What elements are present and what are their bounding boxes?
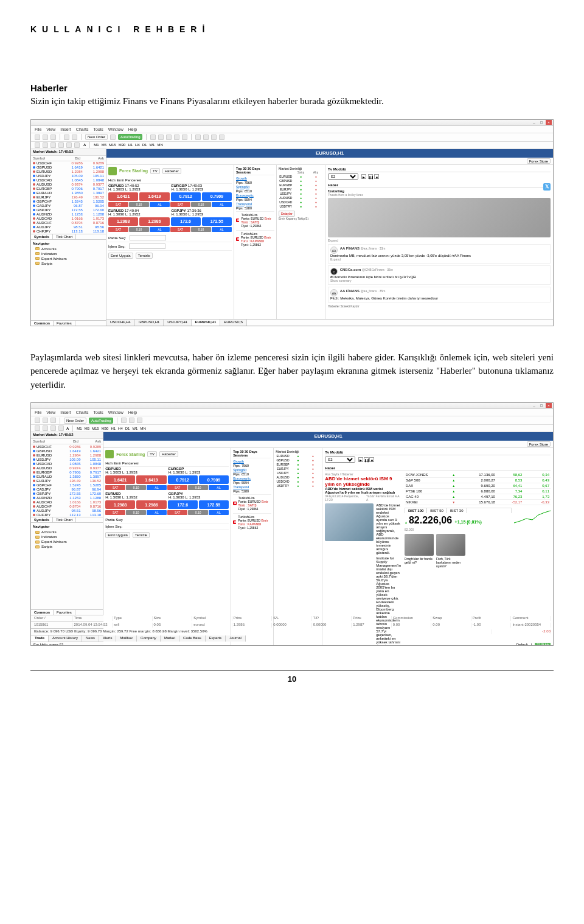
toolbar-icon[interactable] xyxy=(158,135,164,140)
islem-input[interactable] xyxy=(129,243,165,249)
period-m1[interactable]: M1 xyxy=(94,143,99,147)
depth-row[interactable]: GBPUSD●● xyxy=(279,179,323,183)
depth-row[interactable]: USDTRY●● xyxy=(276,484,320,488)
tab-common[interactable]: Common xyxy=(31,321,54,326)
terminal-tab[interactable]: News xyxy=(82,635,99,642)
menu-tools[interactable]: Tools xyxy=(93,410,103,415)
buy-button[interactable]: AL xyxy=(212,202,232,207)
price-ask[interactable]: 0.7909 xyxy=(202,192,232,201)
apply-order-button[interactable]: Emri Uygula xyxy=(108,253,133,259)
new-order-button[interactable]: New Order xyxy=(64,418,86,424)
maximize-icon[interactable]: □ xyxy=(538,120,544,125)
toolbar-icon[interactable] xyxy=(174,135,179,140)
depth-row[interactable]: EURUSD●● xyxy=(276,454,320,458)
market-watch-list[interactable]: USDCHF0.92860.9289GBPUSD1.64191.6421EURU… xyxy=(31,161,106,234)
article-tools[interactable]: Yazdır Favlara Email A A A xyxy=(366,494,401,502)
menu-charts[interactable]: Charts xyxy=(76,127,89,131)
depth-row[interactable]: EURJPY●● xyxy=(279,187,323,191)
minimize-icon[interactable]: _ xyxy=(531,120,537,125)
toolbar-icon[interactable] xyxy=(43,418,48,423)
price-bid[interactable]: 1.2988 xyxy=(108,217,138,226)
market-row[interactable]: CAC 404.497,1076,231,73 xyxy=(405,494,551,500)
cursor-icon[interactable] xyxy=(35,142,40,148)
close-icon[interactable]: × xyxy=(546,403,552,408)
market-watch-row[interactable]: USDCAD1.08451.0848 xyxy=(31,178,106,183)
market-watch-row[interactable]: EURGBP0.79060.7917 xyxy=(31,187,106,191)
depth-row[interactable]: EURUSD●● xyxy=(279,175,323,178)
terminal-tab[interactable]: Mailbox xyxy=(116,635,137,642)
nav-scripts[interactable]: Scripts xyxy=(33,261,104,266)
market-row[interactable]: NIKKEI15.676,18-52,17-0,33 xyxy=(405,500,551,505)
market-watch-row[interactable]: EURJPY136.49136.52 xyxy=(31,195,106,200)
toolbar-icon[interactable] xyxy=(35,418,40,423)
menu-insert[interactable]: Insert xyxy=(60,127,71,131)
price-ask[interactable]: 172.55 xyxy=(202,217,232,226)
market-watch-row[interactable]: USDJPY105.09105.11 xyxy=(31,174,106,178)
terminal-tab[interactable]: Market xyxy=(161,635,179,642)
menu-file[interactable]: File xyxy=(35,410,41,415)
terminal-tab[interactable]: Company xyxy=(137,635,161,642)
signal-1[interactable]: TurkishLira Parite: EURUSD Emir Türü : S… xyxy=(236,211,274,229)
zoom-in-icon[interactable] xyxy=(64,135,69,140)
market-watch-row[interactable]: GBPUSD1.64191.6421 xyxy=(31,449,103,453)
market-row[interactable]: FTSE 1006.880,007,340,11 xyxy=(405,489,551,494)
play-icon[interactable]: ▶ xyxy=(361,174,366,179)
depth-row[interactable]: USDJPY●● xyxy=(276,471,320,475)
period-mn[interactable]: MN xyxy=(157,143,162,147)
price-bid[interactable]: 172.6 xyxy=(171,217,201,226)
top30-link[interactable]: Eurosceptic xyxy=(236,194,274,197)
minimize-icon[interactable]: _ xyxy=(531,403,537,408)
market-watch-row[interactable]: AUDCHF0.87040.8716 xyxy=(31,221,106,225)
menu-window[interactable]: Window xyxy=(108,127,123,131)
menu-insert[interactable]: Insert xyxy=(60,410,71,415)
price-ask[interactable]: 1.6419 xyxy=(139,192,169,201)
market-watch-row[interactable]: USDCHF0.92860.9289 xyxy=(31,161,106,166)
market-watch-row[interactable]: EURJPY136.49136.52 xyxy=(31,478,103,483)
fib-icon[interactable] xyxy=(74,142,80,148)
autotrading-button[interactable]: AutoTrading xyxy=(118,134,142,140)
signal-2[interactable]: TurkishLira Parite: EURUSD Emir Türü : K… xyxy=(236,230,274,248)
video-thumb[interactable] xyxy=(405,534,434,556)
maximize-icon[interactable]: □ xyxy=(538,403,544,408)
details-button[interactable]: Detaylar xyxy=(279,211,295,217)
sell-button[interactable]: SAT xyxy=(108,202,128,207)
toolbar-icon[interactable] xyxy=(195,135,201,140)
menu-help[interactable]: Help xyxy=(128,410,137,415)
menu-window[interactable]: Window xyxy=(108,410,123,415)
channel-select[interactable]: E2 xyxy=(325,457,355,463)
clear-button[interactable]: Temizle xyxy=(136,253,153,259)
depth-row[interactable]: AUDUSD●● xyxy=(276,475,320,479)
zoom-icon[interactable] xyxy=(182,135,187,140)
market-watch-row[interactable]: CHFJPY113.13113.18 xyxy=(31,513,103,517)
tab-tickchart[interactable]: Tick Chart xyxy=(53,234,76,239)
price-ask[interactable]: 1.2986 xyxy=(139,217,169,226)
autotrading-button[interactable]: AutoTrading xyxy=(89,418,113,424)
twitter-icon[interactable]: 𝕏 xyxy=(543,183,551,191)
market-watch-row[interactable]: AUDJPY98.5198.56 xyxy=(31,508,103,513)
depth-row[interactable]: AUDUSD●● xyxy=(279,196,323,200)
market-watch-row[interactable]: GBPJPY172.55172.60 xyxy=(31,491,103,495)
nav-indicators[interactable]: Indicators xyxy=(33,251,104,256)
channel-select[interactable]: E2 xyxy=(328,173,358,180)
market-watch-list[interactable]: USDCHF0.92860.9289GBPUSD1.64191.6421EURU… xyxy=(31,444,103,517)
market-watch-row[interactable]: GBPCHF1.52451.5285 xyxy=(31,200,106,204)
period-m30[interactable]: M30 xyxy=(119,143,126,147)
buy-button[interactable]: AL xyxy=(150,227,170,232)
market-watch-row[interactable]: AUDCHF0.87040.8716 xyxy=(31,504,103,508)
sell-button[interactable]: SAT xyxy=(108,227,128,232)
top30-link[interactable]: SpringMt xyxy=(236,185,274,189)
toolbar-icon[interactable] xyxy=(50,418,56,423)
parite-input[interactable] xyxy=(130,235,166,240)
market-watch-row[interactable]: AUDCAD1.01661.0173 xyxy=(31,500,103,504)
toolbar-icon[interactable] xyxy=(219,135,224,140)
terminal-tab[interactable]: Journal xyxy=(226,635,246,642)
price-bid[interactable]: 0.7912 xyxy=(171,192,201,201)
toolbar-icon[interactable] xyxy=(211,135,217,140)
terminal-tab[interactable]: Code Base xyxy=(179,635,206,642)
trend-icon[interactable] xyxy=(66,142,72,148)
period-m5[interactable]: M5 xyxy=(102,143,106,147)
market-watch-row[interactable]: AUDNZD1.12531.1288 xyxy=(31,212,106,217)
toolbar-icon[interactable] xyxy=(150,135,156,140)
market-watch-row[interactable]: EURUSD1.29841.2988 xyxy=(31,453,103,457)
depth-row[interactable]: USDTRY●● xyxy=(279,205,323,208)
